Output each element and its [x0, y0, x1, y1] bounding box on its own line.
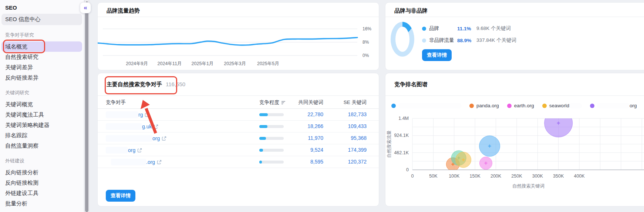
legend-dot-icon: [542, 104, 547, 108]
svg-text:100K: 100K: [449, 174, 460, 179]
svg-text:自然搜索流量: 自然搜索流量: [387, 130, 392, 158]
brand-legend-row-1: 非品牌流量 88.9% 337.84K 个关键词: [422, 36, 516, 45]
sidebar-item-16[interactable]: 批量分析: [0, 198, 84, 209]
legend-dot-icon: [507, 104, 512, 108]
legend-label: panda.org: [476, 103, 499, 108]
sidebar-scrollbar[interactable]: [84, 0, 89, 212]
legend-label: org: [630, 103, 637, 108]
se-keywords-value[interactable]: 95,368: [331, 135, 367, 141]
table-header-row: 竞争对手 竞争程度 共同关键词 SE 关键词: [98, 95, 379, 109]
competitor-domain-link[interactable]: .org: [111, 158, 162, 166]
svg-text:200K: 200K: [490, 174, 502, 179]
common-keywords-value[interactable]: 18,266: [290, 123, 323, 129]
column-header-common-keywords: 共同关键词: [290, 99, 323, 106]
sidebar-item-3[interactable]: 自然搜索研究: [0, 52, 84, 62]
sidebar-item-13[interactable]: 反向链接分析: [0, 167, 84, 178]
svg-text:462.1K: 462.1K: [394, 150, 409, 155]
competition-level-bar: [259, 137, 284, 140]
competition-level-bar: [259, 161, 284, 164]
positioning-legend-item-4: org: [590, 103, 637, 108]
sidebar-item-5[interactable]: 反向链接差异: [0, 73, 84, 83]
se-keywords-value[interactable]: 174,399: [331, 147, 367, 153]
card-title-brand-share: 品牌与非品牌: [394, 7, 428, 14]
column-header-competition-level-label: 竞争程度: [259, 99, 279, 106]
sidebar-section-1: 竞争对手研究: [0, 31, 84, 39]
svg-text:16%: 16%: [363, 26, 371, 31]
red-annotation-box: [3, 40, 45, 53]
brand-share-donut-chart: [391, 22, 414, 57]
redacted-domain-blur: [106, 111, 138, 118]
svg-text:2024年9月: 2024年9月: [126, 61, 148, 66]
sidebar-collapse-button[interactable]: «: [80, 2, 91, 13]
se-keywords-value[interactable]: 182,733: [331, 111, 367, 117]
sidebar-item-4[interactable]: 关键词差异: [0, 62, 84, 73]
sidebar-item-9[interactable]: 关键词策略构建器: [0, 120, 84, 130]
competitors-table-body: rg 22,780 182,733 g.uk 18,266 109,433 or…: [98, 109, 379, 168]
domain-visible-text[interactable]: org: [128, 147, 135, 153]
domain-visible-text[interactable]: org: [152, 135, 160, 141]
legend-dot-icon: [391, 104, 396, 108]
divider: [385, 95, 644, 96]
external-link-icon: [145, 112, 149, 117]
domain-visible-text[interactable]: g.uk: [142, 124, 152, 129]
external-link-icon: [162, 136, 166, 141]
external-link-icon: [154, 124, 158, 129]
sidebar-item-14[interactable]: 反向链接检测: [0, 178, 84, 188]
card-title-competitors: 主要自然搜索竞争对手: [107, 81, 162, 88]
sidebar-item-10[interactable]: 排名跟踪: [0, 130, 84, 141]
legend-label: 品牌: [429, 25, 457, 32]
sidebar-item-15[interactable]: 外链建设工具: [0, 188, 84, 198]
competitive-positioning-card: 竞争排名图谱 panda.orgearth.orgseaworldorg 046…: [385, 73, 644, 206]
domain-visible-text[interactable]: rg: [138, 112, 143, 118]
column-header-competition-level[interactable]: 竞争程度: [259, 99, 286, 106]
common-keywords-value[interactable]: 11,970: [290, 135, 323, 141]
sort-descending-icon: [281, 101, 286, 104]
competitor-domain-link[interactable]: rg: [106, 111, 149, 119]
svg-text:0%: 0%: [363, 53, 369, 58]
redacted-domain-blur: [111, 159, 146, 165]
svg-text:350K: 350K: [553, 174, 564, 179]
sidebar-item-7[interactable]: 关键词概览: [0, 99, 84, 110]
card-title-brand-traffic: 品牌流量趋势: [107, 7, 140, 14]
competitor-domain-link[interactable]: org: [106, 134, 166, 142]
competition-level-bar: [259, 125, 284, 128]
common-keywords-value[interactable]: 22,780: [290, 111, 323, 117]
svg-text:2025年5月: 2025年5月: [257, 61, 279, 66]
competitors-details-button[interactable]: 查看详情: [106, 190, 135, 202]
card-title-positioning: 竞争排名图谱: [394, 81, 428, 88]
scrollbar-thumb[interactable]: [85, 5, 88, 212]
brand-traffic-line-chart: 0%8%16%2024年9月2024年11月2025年1月2025年3月2025…: [98, 17, 379, 70]
brand-share-details-button[interactable]: 查看详情: [422, 49, 452, 61]
sidebar-item-8[interactable]: 关键词魔法工具: [0, 110, 84, 120]
legend-dot-icon: [590, 104, 594, 108]
table-row: rg 22,780 182,733: [98, 109, 379, 121]
se-keywords-value[interactable]: 120,372: [331, 159, 367, 165]
positioning-legend-item-0: [391, 103, 461, 108]
common-keywords-value[interactable]: 9,524: [290, 147, 323, 153]
sidebar-item-11[interactable]: 自然流量洞察: [0, 141, 84, 151]
svg-text:924.1K: 924.1K: [394, 133, 409, 138]
organic-competitors-card: 主要自然搜索竞争对手116,550 竞争对手 竞争程度 共同关键词 SE 关键词: [97, 73, 379, 206]
competitor-domain-link[interactable]: g.uk: [106, 122, 158, 131]
svg-text:0: 0: [411, 174, 414, 179]
sidebar-section-6: 关键词研究: [0, 89, 84, 97]
legend-label: seaworld: [549, 103, 569, 108]
domain-visible-text[interactable]: .org: [146, 159, 155, 165]
legend-percent[interactable]: 11.1%: [457, 26, 476, 31]
legend-percent[interactable]: 88.9%: [457, 38, 476, 43]
competitor-domain-link[interactable]: org: [106, 146, 142, 154]
se-keywords-value[interactable]: 109,433: [331, 123, 367, 129]
sidebar-title: SEO: [0, 3, 84, 13]
divider: [385, 17, 644, 17]
svg-text:300K: 300K: [532, 174, 543, 179]
brand-traffic-trend-card: 品牌流量趋势 0%8%16%2024年9月2024年11月2025年1月2025…: [97, 2, 379, 70]
common-keywords-value[interactable]: 8,595: [290, 159, 323, 165]
redacted-label-blur: [569, 103, 582, 108]
sidebar-item-2[interactable]: 域名概览: [1, 41, 82, 52]
sidebar-item-0[interactable]: SEO 信息中心: [1, 14, 82, 25]
sidebar-section-12: 外链建设: [0, 157, 84, 165]
positioning-legend-item-2: earth.org: [507, 103, 534, 108]
legend-keyword-count: 9.68K 个关键词: [476, 25, 511, 32]
table-row: .org 8,595 120,372: [98, 156, 379, 168]
external-link-icon: [157, 160, 162, 165]
